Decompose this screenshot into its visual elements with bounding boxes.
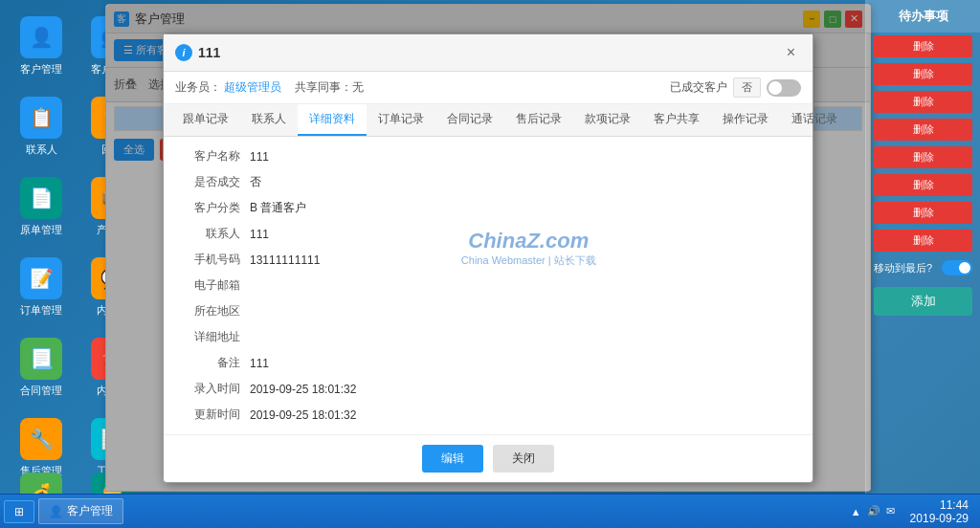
form-row-10: 更新时间 2019-09-25 18:01:32 (183, 407, 793, 423)
desktop: 👤 客户管理 👥 客户公司 📋 联系人 🗑 回收 📄 原单管理 📦 产品列 📝 (0, 0, 980, 528)
close-button[interactable]: 关闭 (493, 445, 554, 473)
field-value-1: 否 (250, 174, 793, 190)
form-row-0: 客户名称 111 (183, 148, 793, 165)
taskbar-tray: ▲ 🔊 ✉ (843, 505, 902, 517)
right-sidebar: 待办事项 删除 删除 删除 删除 删除 删除 删除 删除 移动到最后? 添加 (865, 0, 980, 528)
field-label-1: 是否成交 (183, 174, 250, 190)
field-value-3: 111 (250, 228, 793, 241)
yuandan-icon: 📄 (20, 177, 62, 219)
modal-overlay: i 111 × 业务员： 超级管理员 共享同事：无 已成交客 (106, 5, 870, 491)
dingdan-label: 订单管理 (20, 303, 62, 318)
sidebar-item-hetong[interactable]: 📃 合同管理 (8, 329, 75, 406)
sidebar-item-dingdan[interactable]: 📝 订单管理 (8, 249, 75, 325)
modal-subtitle: 业务员： 超级管理员 共享同事：无 已成交客户 否 (164, 72, 813, 104)
delete-btn-8[interactable]: 删除 (874, 230, 972, 252)
field-label-0: 客户名称 (183, 148, 250, 165)
email-icon: ✉ (886, 505, 895, 517)
info-icon: i (175, 44, 192, 61)
shared-label: 共享同事：无 (295, 80, 364, 94)
modal-tabs: 跟单记录 联系人 详细资料 订单记录 合同记录 售后记录 款项记录 客户共享 操… (164, 104, 813, 137)
delete-btn-2[interactable]: 删除 (874, 63, 972, 85)
field-label-5: 电子邮箱 (183, 277, 250, 294)
salesman-label: 业务员： (175, 80, 221, 94)
delete-btn-1[interactable]: 删除 (874, 35, 972, 57)
form-row-3: 联系人 111 (183, 226, 793, 242)
converted-label: 已成交客户 (670, 79, 727, 96)
form-row-7: 详细地址 (183, 329, 793, 345)
tab-lianxi[interactable]: 联系人 (240, 104, 298, 136)
form-row-8: 备注 111 (183, 355, 793, 371)
delete-btn-3[interactable]: 删除 (874, 91, 972, 113)
edit-button[interactable]: 编辑 (422, 445, 483, 473)
form-row-4: 手机号码 13111111111 (183, 252, 793, 268)
sidebar-item-lianxi-ren[interactable]: 📋 联系人 (8, 88, 75, 165)
modal-title: i 111 (175, 44, 220, 61)
add-button[interactable]: 添加 (874, 287, 972, 316)
modal-footer: 编辑 关闭 (164, 434, 813, 482)
speaker-icon: 🔊 (867, 505, 880, 517)
tab-tonghua[interactable]: 通话记录 (780, 104, 849, 136)
converted-toggle[interactable] (767, 79, 801, 97)
tab-xiangxi[interactable]: 详细资料 (298, 104, 367, 136)
tab-caozuo[interactable]: 操作记录 (711, 104, 780, 136)
move-to-last-toggle[interactable] (942, 260, 972, 275)
toggle-row: 移动到最后? (866, 254, 980, 281)
modal-header: i 111 × (164, 34, 813, 72)
dingdan-icon: 📝 (20, 257, 62, 299)
field-label-4: 手机号码 (183, 252, 250, 268)
tab-dingdan[interactable]: 订单记录 (367, 104, 435, 136)
hetong-icon: 📃 (20, 338, 62, 380)
lianxi-ren-label: 联系人 (26, 143, 57, 157)
modal-close-button[interactable]: × (781, 42, 801, 63)
form-row-5: 电子邮箱 (183, 277, 793, 294)
taskbar-label: 客户管理 (67, 503, 113, 519)
field-label-8: 备注 (183, 355, 250, 371)
windows-icon: ⊞ (14, 505, 24, 518)
tab-kuanxiang[interactable]: 款项记录 (573, 104, 642, 136)
start-button[interactable]: ⊞ (4, 500, 34, 523)
toggle-label: 移动到最后? (874, 261, 932, 275)
tab-gongxiang[interactable]: 客户共享 (642, 104, 711, 136)
taskbar-clock: 11:44 2019-09-29 (910, 498, 976, 525)
converted-value: 否 (733, 77, 761, 98)
field-label-9: 录入时间 (183, 381, 250, 397)
salesman-info: 业务员： 超级管理员 共享同事：无 (175, 79, 364, 96)
modal-title-text: 111 (198, 45, 220, 60)
field-value-4: 13111111111 (250, 253, 793, 267)
sidebar-item-yuandan[interactable]: 📄 原单管理 (8, 168, 75, 245)
sidebar-item-kehu-guanli[interactable]: 👤 客户管理 (8, 8, 75, 84)
taskbar-icon: 👤 (49, 505, 63, 518)
salesman-link[interactable]: 超级管理员 (224, 80, 281, 94)
sidebar-title: 待办事项 (866, 0, 980, 33)
delete-btn-7[interactable]: 删除 (874, 202, 972, 224)
field-label-10: 更新时间 (183, 407, 250, 423)
field-value-2: B 普通客户 (250, 200, 793, 216)
delete-btn-4[interactable]: 删除 (874, 119, 972, 141)
clock-date: 2019-09-29 (910, 512, 969, 525)
clock-time: 11:44 (910, 498, 969, 512)
field-label-6: 所在地区 (183, 303, 250, 319)
shouhou-icon: 🔧 (20, 418, 62, 460)
field-value-8: 111 (250, 357, 793, 370)
form-row-1: 是否成交 否 (183, 174, 793, 190)
field-label-7: 详细地址 (183, 329, 250, 345)
form-row-6: 所在地区 (183, 303, 793, 319)
taskbar-item-kehu[interactable]: 👤 客户管理 (38, 498, 123, 524)
hetong-label: 合同管理 (20, 384, 62, 398)
field-value-10: 2019-09-25 18:01:32 (250, 408, 793, 422)
main-window: 客 客户管理 － □ ✕ ☰ 所有客户 ⇑ 我的共享 (105, 4, 871, 492)
tab-gendan[interactable]: 跟单记录 (171, 104, 240, 136)
field-label-2: 客户分类 (183, 200, 250, 216)
tray-icon-1: ▲ (851, 506, 861, 517)
converted-status: 已成交客户 否 (670, 77, 801, 98)
form-row-2: 客户分类 B 普通客户 (183, 200, 793, 216)
tab-shouhou[interactable]: 售后记录 (504, 104, 573, 136)
field-value-0: 111 (250, 150, 793, 164)
tab-hetong[interactable]: 合同记录 (435, 104, 504, 136)
delete-btn-5[interactable]: 删除 (874, 146, 972, 168)
form-row-9: 录入时间 2019-09-25 18:01:32 (183, 381, 793, 397)
delete-btn-6[interactable]: 删除 (874, 174, 972, 196)
field-label-3: 联系人 (183, 226, 250, 242)
yuandan-label: 原单管理 (20, 223, 62, 237)
lianxi-ren-icon: 📋 (20, 97, 62, 139)
